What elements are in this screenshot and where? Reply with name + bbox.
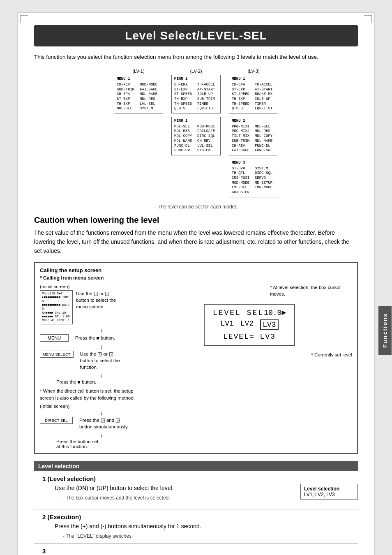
flow-left: (Initial screen) Model10.0►0: ►■■■■■■■■■… [40,284,147,449]
arrow-down-4: ↓ [56,409,147,416]
step2-number: 2 (Execution) [42,513,358,520]
lv3-diagram: (LV-3) MENU 1 CH-EPATH-ACCEL ST-EXPAT-ST… [229,69,278,197]
page-title-box: Level Select/LEVEL-SEL [34,25,358,46]
step2-text: Press the ■ button. [75,335,115,340]
lv2-menu1-title: MENU 1 [174,77,218,82]
lv3-menu2: MENU 2 PRG-MIX1MDL-SEL PRG-MIX2MDL-RES T… [229,117,278,155]
divider-2 [34,543,358,543]
setup-screen-subtitle: * Calling from menu screen [40,275,352,281]
arrow-down-1: ↓ [56,327,147,333]
flow-right: * At level selection, the box cursor mov… [147,284,352,449]
menu-select-label: MENU SELECT [40,351,74,358]
annotation2: * Currently set level [311,352,352,357]
lv1-diagram: (LV-1) MENU 1 CH-REVMOD-MODE SUB-TRIMFAI… [114,69,163,197]
page-title: Level Select/LEVEL-SEL [42,29,350,42]
display-title: LEVEL SEL [213,309,264,317]
step1-side: Use the (DN) or (UP) button to select th… [34,484,358,505]
caution-body: The set value of the functions removed f… [34,228,358,256]
arrow-down-5: ↓ [56,432,147,438]
lv2-menu2-title: MENU 2 [174,119,218,124]
level-selection-section: Level selection 1 (Level selection) Use … [34,461,358,555]
step2-note: - The "LEVEL" display switches. [63,533,358,539]
direct-step2: Press the button setat this function. [56,439,147,449]
step1-aside: Level selection LV1, LV2, LV3 [300,484,358,500]
display-equals: LEVEL= LV3 [213,333,286,341]
lv2-btn: LV2 [240,319,254,330]
step1-aside-title: Level selection [304,486,354,492]
arrow-down-2: ↓ [56,343,147,350]
flow-area: (Initial screen) Model10.0►0: ►■■■■■■■■■… [40,284,352,449]
caution-heading: Caution when lowering the level [34,215,358,225]
lv1-menu1: MENU 1 CH-REVMOD-MODE SUB-TRIMFAILSAFE C… [114,75,163,113]
lv1-label: (LV-1) [114,69,163,74]
section-header-bar: Level selection [34,461,358,471]
lv2-menu1: MENU 1 CH-EPATH-ACCEL ST-EXPAT-START ST-… [171,75,221,113]
step1-main: Use the (DN) or (UP) button to select th… [34,484,292,505]
arrow-down-3: ↓ [56,372,147,379]
step1-content: Use the (DN) or (UP) button to select th… [55,484,292,493]
lv1-menu1-title: MENU 1 [117,77,160,82]
caution-note: - The level can be set for each model. [34,204,358,210]
lv2-menu2: MENU 2 MDL-SELMOD-MODE MDL-RESFAILSAFE M… [171,117,221,155]
lv3-btn: LV3 [260,319,278,330]
annotation1: * At level selection, the box cursor mov… [270,284,352,297]
direct-note: * When the direct call button is set, th… [40,388,147,402]
level-diagrams: (LV-1) MENU 1 CH-REVMOD-MODE SUB-TRIMFAI… [34,69,358,197]
intro-text: This function lets you select the functi… [34,53,358,61]
lv3-label: (LV-3) [229,69,278,74]
initial-screen-display: Model10.0►0: ►■■■■■■■■■ THR: 0 ■■■■■■■■■… [40,290,73,324]
step3-number: 3 [42,548,358,555]
lv1-btn: LV1 [220,319,233,330]
functions-sidebar: Functions [378,306,392,355]
step2-content: Press the (+) and (-) buttons simultaneo… [55,522,358,531]
lv3-menu1: MENU 1 CH-EPATH-ACCEL ST-EXPAT-START ST-… [229,75,278,113]
lv2-label: (LV-2) [171,69,221,74]
menu-label: MENU [40,334,69,342]
lv2-diagram: (LV-2) MENU 1 CH-EPATH-ACCEL ST-EXPAT-ST… [171,69,221,197]
step4-text: Press the ■ button. [56,379,147,384]
lv3-menu3: MENU 3 ST-DVRSYSTEM TH-QTLDIRC-SQL CMS-P… [229,159,278,197]
setup-screen-title: Calling the setup screen [40,267,352,273]
setup-screen-box: Calling the setup screen * Calling from … [34,262,358,454]
display-value: 10.0► [264,309,286,317]
divider-1 [34,509,358,509]
level-select-display: LEVEL SEL 10.0► LV1 LV2 LV3 LEVEL= LV3 [204,304,295,346]
initial-screen-label: (Initial screen) [40,284,147,289]
direct-sel-label: DIRECT SEL [40,417,73,424]
step3-text: Use the ◳ or ◲button to select thefuncti… [80,351,120,370]
step1-text: Use the ◳ or ◲button to select themenu s… [76,290,116,310]
direct-initial-label: (Initial screen) [40,404,147,409]
step1-number: 1 (Level selection) [42,475,358,482]
step1-aside-text: LV1, LV2, LV3 [304,492,354,497]
step1-note: - The box cursor moves and the level is … [63,495,292,501]
direct-step1: Press the ◳ and ◲button simulataneously. [79,417,129,430]
